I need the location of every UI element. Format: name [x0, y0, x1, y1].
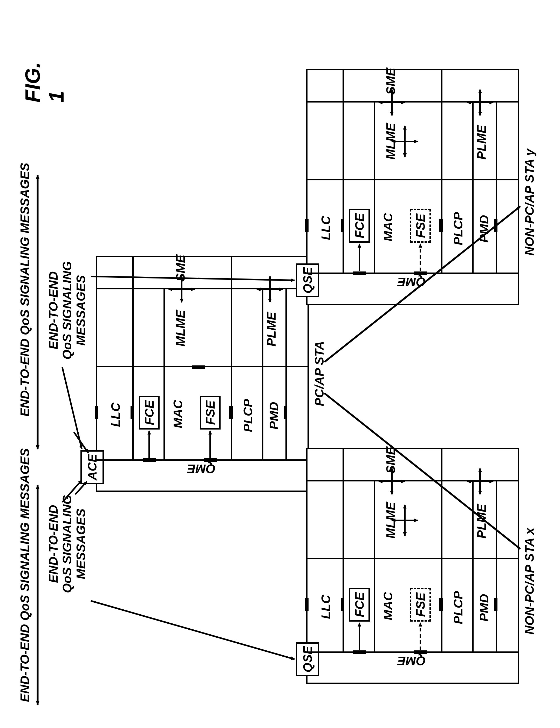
- right-h1: [343, 69, 344, 274]
- left-qme-label: QME: [398, 654, 426, 668]
- center-sme: SME: [174, 255, 188, 282]
- center-plcp: PLCP: [241, 399, 255, 432]
- left-h1: [343, 448, 344, 653]
- left-mac: MAC: [381, 592, 395, 620]
- left-pmd: PMD: [477, 594, 491, 622]
- left-h3: [441, 448, 442, 653]
- right-qme-label: QME: [398, 275, 426, 289]
- label-top-left-arrow: END-TO-END QoS SIGNALING MESSAGES: [18, 448, 32, 702]
- center-h2: [163, 289, 165, 461]
- left-fce-box: FCE: [349, 588, 370, 622]
- center-qme-label: QME: [187, 462, 216, 475]
- left-h4: [472, 481, 474, 653]
- left-div3: [306, 480, 519, 481]
- left-h2: [374, 481, 375, 653]
- center-llc: LLC: [109, 403, 123, 427]
- center-station-outer: [96, 256, 309, 492]
- center-h1: [132, 256, 134, 461]
- center-mac: MAC: [171, 400, 185, 428]
- svg-line-3: [62, 367, 82, 449]
- left-fse-box: FSE: [410, 588, 431, 622]
- right-h5: [496, 103, 497, 274]
- figure-caption: FIG. 1: [21, 62, 69, 103]
- svg-line-8: [91, 601, 295, 659]
- left-mlme: MLME: [384, 502, 398, 539]
- center-div1: [96, 459, 309, 461]
- left-plme: PLME: [475, 504, 489, 539]
- center-h5: [285, 289, 287, 461]
- right-div2: [306, 179, 519, 180]
- center-fce-box: FCE: [139, 396, 160, 430]
- right-qse-box: QSE: [296, 263, 319, 297]
- left-div2: [306, 558, 519, 559]
- left-station-outer: [306, 448, 519, 684]
- center-div3: [96, 288, 309, 289]
- ace-box: ACE: [80, 450, 104, 484]
- center-plme: PLME: [265, 312, 278, 346]
- center-div2: [96, 366, 309, 367]
- right-station-outer: [306, 69, 519, 305]
- center-h4: [262, 289, 263, 461]
- label-top-right-arrow: END-TO-END QoS SIGNALING MESSAGES: [18, 163, 32, 417]
- left-div1: [306, 651, 519, 653]
- right-fse-box: FSE: [410, 209, 431, 243]
- center-fse-box: FSE: [200, 396, 221, 430]
- center-station-caption: PC/AP STA: [313, 341, 326, 406]
- left-qse-box: QSE: [296, 642, 319, 676]
- left-h5: [496, 481, 497, 653]
- left-llc: LLC: [319, 595, 333, 619]
- left-station-caption: NON-PC/AP STA x: [523, 528, 537, 635]
- right-fce-box: FCE: [349, 209, 370, 243]
- right-mlme: MLME: [384, 123, 398, 160]
- right-h2: [374, 103, 375, 274]
- center-mlme: MLME: [174, 310, 188, 346]
- right-sme: SME: [384, 68, 398, 95]
- right-llc: LLC: [319, 216, 333, 240]
- right-pmd: PMD: [477, 215, 491, 243]
- left-plcp: PLCP: [452, 591, 465, 624]
- left-sme: SME: [384, 447, 398, 474]
- right-plme: PLME: [475, 125, 489, 160]
- center-h3: [231, 256, 232, 461]
- right-plcp: PLCP: [452, 212, 465, 245]
- right-h4: [472, 103, 474, 274]
- right-div1: [306, 273, 519, 274]
- label-left-drop: END-TO-END QoS SIGNALING MESSAGES: [47, 495, 88, 593]
- center-pmd: PMD: [267, 402, 281, 430]
- label-right-drop: END-TO-END QoS SIGNALING MESSAGES: [47, 261, 88, 359]
- right-h3: [441, 69, 442, 274]
- right-mac: MAC: [381, 213, 395, 241]
- svg-line-5: [74, 432, 88, 453]
- right-div3: [306, 101, 519, 103]
- diagram-canvas: FIG. 1 END-TO-END QoS SIGNALING MESSAGES…: [10, 178, 560, 718]
- right-station-caption: NON-PC/AP STA y: [523, 149, 537, 256]
